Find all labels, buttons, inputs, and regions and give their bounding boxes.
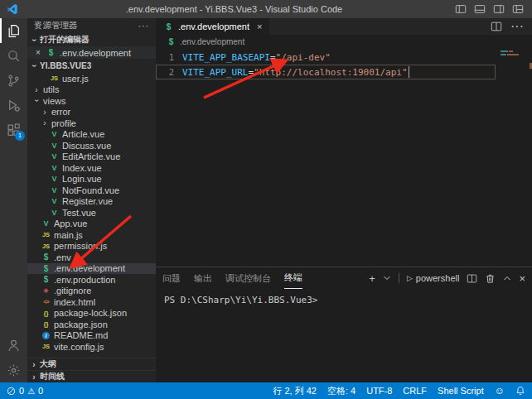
- section-label: 大纲: [40, 358, 56, 370]
- vue-file-icon: V: [49, 197, 60, 205]
- tree-item-README.md[interactable]: iREADME.md: [27, 330, 156, 342]
- text-cursor: [409, 66, 409, 78]
- minimap-mark: [509, 50, 513, 52]
- tab-env-development[interactable]: $ .env.development ×: [156, 18, 270, 35]
- notifications-bell-icon[interactable]: [515, 386, 525, 396]
- source-control-icon[interactable]: [0, 68, 27, 93]
- search-icon[interactable]: [0, 43, 27, 68]
- file-name: .env.production: [54, 275, 115, 285]
- open-editors-label: 打开的编辑器: [40, 34, 89, 46]
- explorer-more-actions-icon[interactable]: ···: [138, 21, 150, 31]
- file-name: .env: [54, 252, 71, 262]
- vscode-window: .env.development - Yi.BBS.Vue3 - Visual …: [0, 0, 532, 399]
- open-editor-item[interactable]: × $ .env.development: [27, 46, 156, 59]
- tree-item-App.vue[interactable]: VApp.vue: [27, 219, 156, 230]
- tree-item-Index.vue[interactable]: VIndex.vue: [27, 162, 156, 174]
- tree-item-EditArticle.vue[interactable]: VEditArticle.vue: [27, 151, 156, 163]
- cursor-position-status[interactable]: 行 2, 列 42: [273, 385, 317, 397]
- panel-tab-调试控制台[interactable]: 调试控制台: [225, 267, 271, 289]
- tree-item-.env[interactable]: $.env: [27, 252, 156, 263]
- new-terminal-icon[interactable]: +: [369, 272, 375, 285]
- language-mode-status[interactable]: Shell Script: [438, 386, 484, 396]
- token-var: VITE_APP_BASEAPI: [182, 52, 270, 63]
- tree-item-Register.vue[interactable]: VRegister.vue: [27, 196, 156, 208]
- panel-tab-输出[interactable]: 输出: [194, 267, 212, 289]
- tree-item-main.js[interactable]: JSmain.js: [27, 229, 156, 241]
- breadcrumb[interactable]: $ .env.development: [156, 35, 532, 48]
- file-name: EditArticle.vue: [62, 151, 120, 161]
- customize-layout-icon[interactable]: [512, 3, 524, 15]
- toggle-secondary-sidebar-icon[interactable]: [493, 3, 505, 15]
- workbench: 1 资源管理器 ··· › 打开的编辑器 × $ .env.dev: [0, 18, 532, 382]
- terminal-dropdown-chevron-icon[interactable]: [383, 274, 391, 282]
- panel-tab-终端[interactable]: 终端: [284, 267, 302, 289]
- explorer-icon[interactable]: [0, 18, 27, 43]
- problems-status[interactable]: 0 ⚠ 0: [7, 386, 43, 396]
- code-line-1[interactable]: 1VITE_APP_BASEAPI="/api-dev": [156, 50, 532, 65]
- close-icon[interactable]: ×: [257, 22, 262, 31]
- file-name: Discuss.vue: [62, 141, 111, 151]
- toggle-panel-icon[interactable]: [474, 3, 486, 15]
- settings-gear-icon[interactable]: [0, 358, 27, 382]
- maximize-panel-icon[interactable]: [503, 274, 511, 282]
- extensions-icon[interactable]: 1: [0, 118, 27, 142]
- tab-bar: $ .env.development × ···: [156, 18, 532, 35]
- terminal-shell-label: powershell: [416, 273, 460, 283]
- tree-item-Login.vue[interactable]: VLogin.vue: [27, 174, 156, 185]
- section-大纲[interactable]: ›大纲: [27, 358, 156, 370]
- tree-item-error[interactable]: ›error: [27, 107, 156, 118]
- env-file-icon: $: [41, 252, 51, 262]
- editor-more-actions-icon[interactable]: ···: [510, 19, 524, 34]
- account-icon[interactable]: [0, 333, 27, 358]
- code-editor[interactable]: 1VITE_APP_BASEAPI="/api-dev"2VITE_APP_UR…: [156, 48, 532, 267]
- tree-item-views[interactable]: ›views: [27, 95, 156, 107]
- explorer-sidebar: 资源管理器 ··· › 打开的编辑器 × $ .env.development …: [27, 18, 156, 382]
- split-terminal-icon[interactable]: [467, 273, 477, 284]
- token-str: "/api-dev": [276, 52, 331, 63]
- token-op: =: [270, 52, 276, 63]
- tree-item-Discuss.vue[interactable]: VDiscuss.vue: [27, 140, 156, 151]
- encoding-status[interactable]: UTF-8: [366, 386, 392, 396]
- tree-item-Test.vue[interactable]: VTest.vue: [27, 207, 156, 219]
- toggle-sidebar-icon[interactable]: [455, 3, 467, 15]
- run-debug-icon[interactable]: [0, 93, 27, 118]
- tree-item-.env.development[interactable]: $.env.development: [27, 263, 156, 275]
- tab-label: .env.development: [178, 22, 249, 31]
- vue-file-icon: V: [49, 130, 60, 138]
- tree-item-.env.production[interactable]: $.env.production: [27, 274, 156, 286]
- minimap[interactable]: [499, 48, 532, 267]
- eol-status[interactable]: CRLF: [403, 386, 427, 396]
- split-editor-icon[interactable]: [491, 21, 502, 32]
- tree-item-package.json[interactable]: {}package.json: [27, 319, 156, 330]
- terminal-output[interactable]: PS D:\CSharp\Yi\Yi.BBS.Vue3>: [156, 289, 532, 382]
- project-section-header[interactable]: › YI.BBS.VUE3: [27, 59, 156, 73]
- terminal-instance-powershell[interactable]: ▷ powershell: [407, 273, 460, 283]
- tree-item-vite.config.js[interactable]: JSvite.config.js: [27, 341, 156, 353]
- close-icon[interactable]: ×: [34, 48, 42, 57]
- tree-item-.gitignore[interactable]: ◆.gitignore: [27, 286, 156, 297]
- minimap-mark: [507, 54, 519, 55]
- tree-item-utils[interactable]: ›utils: [27, 84, 156, 96]
- kill-terminal-trash-icon[interactable]: [485, 273, 496, 284]
- close-panel-icon[interactable]: ×: [519, 272, 525, 285]
- tree-item-user.js[interactable]: JSuser.js: [27, 73, 156, 84]
- feedback-smiley-icon[interactable]: ☺: [495, 385, 505, 397]
- tree-item-profile[interactable]: ›profile: [27, 118, 156, 129]
- indentation-status[interactable]: 空格: 4: [327, 385, 355, 397]
- tree-item-package-lock.json[interactable]: {}package-lock.json: [27, 308, 156, 320]
- code-line-2[interactable]: 2VITE_APP_URL="http://localhost:19001/ap…: [156, 65, 532, 79]
- tree-item-Article.vue[interactable]: VArticle.vue: [27, 129, 156, 141]
- vue-file-icon: V: [49, 209, 60, 217]
- file-name: NotFound.vue: [62, 185, 119, 195]
- section-时间线[interactable]: ›时间线: [27, 370, 156, 382]
- error-count: 0: [19, 386, 24, 396]
- panel-tab-问题[interactable]: 问题: [162, 267, 181, 289]
- tree-item-NotFound.vue[interactable]: VNotFound.vue: [27, 185, 156, 196]
- file-name: vite.config.js: [54, 342, 104, 352]
- open-editors-header[interactable]: › 打开的编辑器: [27, 33, 156, 46]
- file-name: .gitignore: [54, 286, 91, 296]
- file-tree: JSuser.js›utils›views›error›profileVArti…: [27, 73, 156, 358]
- tree-item-permission.js[interactable]: JSpermission.js: [27, 241, 156, 252]
- file-name: user.js: [62, 74, 89, 84]
- tree-item-index.html[interactable]: <>index.html: [27, 296, 156, 308]
